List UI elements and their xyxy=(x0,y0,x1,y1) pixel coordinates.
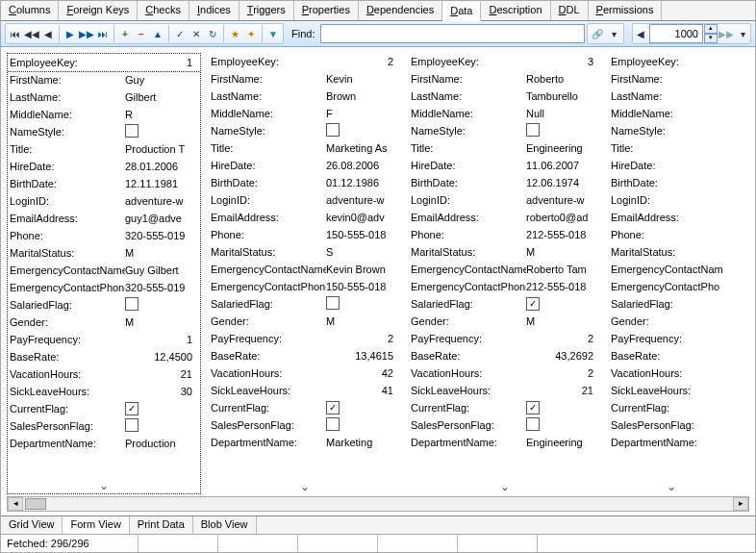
field-value[interactable]: Guy xyxy=(125,74,198,86)
field-value[interactable]: 41 xyxy=(326,385,399,396)
commit-button[interactable]: ✓ xyxy=(172,26,188,41)
field-value[interactable]: 2 xyxy=(526,333,599,344)
record-card[interactable]: EmployeeKey:3FirstName:RobertoLastName:T… xyxy=(409,53,601,494)
field-row-lastname[interactable]: LastName:Tamburello xyxy=(409,88,601,105)
tab-indices[interactable]: Indices xyxy=(189,1,239,20)
record-card[interactable]: EmployeeKey:2FirstName:KevinLastName:Bro… xyxy=(209,53,401,494)
field-row-phone[interactable]: Phone:320-555-019 xyxy=(8,227,200,244)
field-row-title[interactable]: Title: xyxy=(609,139,734,157)
field-row-hiredate[interactable]: HireDate:26.08.2006 xyxy=(209,157,401,174)
field-row-namestyle[interactable]: NameStyle: xyxy=(8,123,200,140)
field-row-emailaddress[interactable]: EmailAddress: xyxy=(609,209,734,226)
fetch-count-input[interactable] xyxy=(649,24,703,43)
field-row-salariedflag[interactable]: SalariedFlag: xyxy=(8,296,200,314)
field-value[interactable]: Marketing As xyxy=(326,142,399,154)
field-row-emergencycontactname[interactable]: EmergencyContactName:Roberto Tam xyxy=(409,261,601,278)
field-value[interactable]: M xyxy=(526,315,599,327)
first-record-button[interactable]: ⏮ xyxy=(8,26,23,41)
field-row-namestyle[interactable]: NameStyle: xyxy=(409,122,601,139)
field-value[interactable]: ✓ xyxy=(326,401,399,415)
field-row-salariedflag[interactable]: SalariedFlag:✓ xyxy=(409,295,601,313)
field-row-phone[interactable]: Phone: xyxy=(609,226,734,243)
checkbox-icon[interactable]: ✓ xyxy=(526,401,540,415)
field-row-currentflag[interactable]: CurrentFlag: xyxy=(609,399,734,416)
field-row-title[interactable]: Title:Engineering xyxy=(409,139,601,157)
field-value[interactable]: Kevin Brown xyxy=(326,264,399,275)
field-value[interactable]: Gilbert xyxy=(125,91,198,103)
field-row-birthdate[interactable]: BirthDate:01.12.1986 xyxy=(209,174,401,191)
tab-ddl[interactable]: DDL xyxy=(551,1,589,20)
field-row-title[interactable]: Title:Marketing As xyxy=(209,139,401,157)
next-page-button[interactable]: ▶▶ xyxy=(79,26,94,41)
field-row-middlename[interactable]: MiddleName:R xyxy=(8,106,200,123)
field-row-gender[interactable]: Gender:M xyxy=(8,314,200,331)
field-row-vacationhours[interactable]: VacationHours:21 xyxy=(8,365,200,383)
field-row-firstname[interactable]: FirstName:Guy xyxy=(8,71,200,88)
fetch-dropdown-button[interactable]: ▾ xyxy=(735,26,750,41)
field-value[interactable]: guy1@adve xyxy=(125,213,198,224)
field-value[interactable]: 150-555-018 xyxy=(326,281,399,292)
tab-properties[interactable]: Properties xyxy=(294,1,359,20)
goto-bookmark-button[interactable]: ✦ xyxy=(243,26,259,41)
field-value[interactable]: M xyxy=(326,315,399,327)
field-row-emailaddress[interactable]: EmailAddress:roberto0@ad xyxy=(409,209,601,226)
field-value[interactable]: 21 xyxy=(125,368,198,380)
checkbox-icon[interactable]: ✓ xyxy=(326,401,340,415)
checkbox-icon[interactable] xyxy=(125,124,139,138)
field-value[interactable]: adventure-w xyxy=(526,194,599,206)
field-row-currentflag[interactable]: CurrentFlag:✓ xyxy=(409,399,601,416)
field-row-employeekey[interactable]: EmployeeKey:1 xyxy=(8,54,200,72)
field-value[interactable]: Guy Gilbert xyxy=(125,264,198,276)
field-value[interactable]: S xyxy=(326,246,399,258)
field-row-emergencycontactname[interactable]: EmergencyContactName:Guy Gilbert xyxy=(8,262,200,279)
field-row-emergencycontactphone[interactable]: EmergencyContactPhone:320-555-019 xyxy=(8,279,200,296)
field-row-middlename[interactable]: MiddleName: xyxy=(609,105,734,122)
expand-card-button[interactable]: ⌄ xyxy=(8,480,200,493)
field-value[interactable]: kevin0@adv xyxy=(326,212,399,223)
field-row-gender[interactable]: Gender:M xyxy=(409,313,601,330)
fetch-next-button[interactable]: ▶▶ xyxy=(718,26,734,41)
field-value[interactable]: M xyxy=(526,246,599,258)
field-value[interactable]: 12.11.1981 xyxy=(125,178,198,189)
field-value[interactable]: 28.01.2006 xyxy=(125,161,198,172)
field-value[interactable]: roberto0@ad xyxy=(526,212,599,223)
find-input[interactable] xyxy=(320,24,585,43)
view-tab-grid-view[interactable]: Grid View xyxy=(1,516,63,534)
field-row-birthdate[interactable]: BirthDate: xyxy=(609,174,734,191)
field-value[interactable] xyxy=(526,123,599,138)
field-row-phone[interactable]: Phone:150-555-018 xyxy=(209,226,401,243)
spin-down-button[interactable]: ▾ xyxy=(704,34,718,43)
field-row-maritalstatus[interactable]: MaritalStatus:S xyxy=(209,243,401,261)
field-value[interactable]: 12,4500 xyxy=(125,351,198,363)
tab-description[interactable]: Description xyxy=(481,1,550,20)
field-value[interactable]: Engineering xyxy=(526,142,599,154)
checkbox-icon[interactable] xyxy=(526,417,540,431)
find-link-button[interactable]: 🔗 xyxy=(590,26,605,41)
checkbox-icon[interactable] xyxy=(526,123,540,137)
field-value[interactable]: Tamburello xyxy=(526,90,599,102)
horizontal-scrollbar[interactable]: ◂ ▸ xyxy=(7,496,749,512)
field-row-sickleavehours[interactable]: SickLeaveHours:21 xyxy=(409,382,601,399)
field-value[interactable]: 3 xyxy=(526,56,599,67)
field-row-employeekey[interactable]: EmployeeKey:3 xyxy=(409,53,601,70)
tab-columns[interactable]: Columns xyxy=(1,1,59,20)
field-row-loginid[interactable]: LoginID:adventure-w xyxy=(409,191,601,209)
field-row-emailaddress[interactable]: EmailAddress:guy1@adve xyxy=(8,210,200,227)
field-value[interactable]: 1 xyxy=(125,334,198,345)
tab-dependencies[interactable]: Dependencies xyxy=(359,1,442,20)
field-row-middlename[interactable]: MiddleName:F xyxy=(209,105,401,122)
field-row-departmentname[interactable]: DepartmentName: xyxy=(609,434,734,451)
field-row-emergencycontactphone[interactable]: EmergencyContactPhone:150-555-018 xyxy=(209,278,401,295)
field-row-emergencycontactphone[interactable]: EmergencyContactPho xyxy=(609,278,734,295)
field-row-hiredate[interactable]: HireDate: xyxy=(609,157,734,174)
field-row-lastname[interactable]: LastName: xyxy=(609,88,734,105)
field-row-lastname[interactable]: LastName:Brown xyxy=(209,88,401,105)
tab-checks[interactable]: Checks xyxy=(138,1,189,20)
find-dropdown-button[interactable]: ▾ xyxy=(606,26,621,41)
next-record-button[interactable]: ▶ xyxy=(63,26,78,41)
field-row-emergencycontactname[interactable]: EmergencyContactNam xyxy=(609,261,734,278)
field-value[interactable]: M xyxy=(125,316,198,328)
expand-card-button[interactable]: ⌄ xyxy=(609,481,734,494)
field-value[interactable]: 21 xyxy=(526,385,599,396)
field-row-departmentname[interactable]: DepartmentName:Production xyxy=(8,435,200,452)
